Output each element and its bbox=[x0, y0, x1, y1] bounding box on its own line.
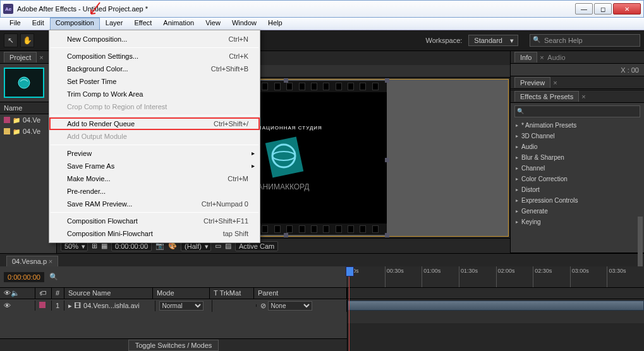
close-icon[interactable]: × bbox=[553, 79, 557, 86]
menuitem-set-poster-time[interactable]: Set Poster Time bbox=[49, 75, 260, 88]
selection-tool[interactable]: ↖ bbox=[4, 33, 18, 47]
layer-clip[interactable] bbox=[348, 300, 644, 311]
menuitem-make-movie[interactable]: Make Movie...Ctrl+M bbox=[49, 172, 260, 185]
menu-view[interactable]: View bbox=[200, 18, 226, 30]
audio-tab[interactable]: Audio bbox=[547, 54, 565, 61]
close-icon[interactable]: × bbox=[49, 258, 52, 265]
scrollbar[interactable] bbox=[638, 217, 643, 253]
menu-animation[interactable]: Animation bbox=[157, 18, 200, 30]
info-tab[interactable]: Info bbox=[514, 52, 537, 62]
playhead[interactable] bbox=[349, 266, 349, 351]
ruler-tick: 02:00s bbox=[496, 266, 533, 287]
menuitem-trim-comp-to-work-area[interactable]: Trim Comp to Work Area bbox=[49, 88, 260, 100]
effects-panel: Effects & Presets× * Animation Presets3D… bbox=[511, 90, 644, 253]
name-column[interactable]: Name bbox=[0, 102, 56, 114]
menuitem-composition-flowchart[interactable]: Composition FlowchartCtrl+Shift+F11 bbox=[49, 215, 260, 227]
close-icon[interactable]: × bbox=[581, 93, 585, 100]
right-panels: Info× Audio X : 00 Preview× Effects & Pr… bbox=[510, 51, 644, 253]
col-mode[interactable]: Mode bbox=[153, 288, 210, 299]
close-icon[interactable]: × bbox=[540, 54, 544, 61]
menu-effect[interactable]: Effect bbox=[128, 18, 157, 30]
workspace-selector[interactable]: Standard bbox=[468, 35, 518, 46]
brand-logo bbox=[260, 133, 308, 181]
preview-panel: Preview× bbox=[511, 76, 644, 90]
menu-window[interactable]: Window bbox=[226, 18, 262, 30]
menuitem-preview[interactable]: Preview bbox=[49, 147, 260, 160]
search-icon[interactable]: 🔍 bbox=[49, 273, 58, 281]
ruler-tick: 02:30s bbox=[533, 266, 570, 287]
effect-category[interactable]: Distort bbox=[511, 184, 644, 195]
menu-layer[interactable]: Layer bbox=[100, 18, 129, 30]
menuitem-composition-settings[interactable]: Composition Settings...Ctrl+K bbox=[49, 50, 260, 62]
ruler-tick: 03:30s bbox=[607, 266, 644, 287]
effect-category[interactable]: Color Correction bbox=[511, 174, 644, 184]
ruler-tick: 01:00s bbox=[422, 266, 459, 287]
preview-tab[interactable]: Preview bbox=[514, 77, 550, 88]
timeline-panel: 04.Vesna.p × 0:00:00:00 🔍 👁🔈 🏷 # Source … bbox=[0, 253, 644, 351]
menubar: File Edit Composition Layer Effect Anima… bbox=[0, 18, 644, 30]
effect-category[interactable]: Channel bbox=[511, 163, 644, 174]
close-button[interactable]: ✕ bbox=[613, 3, 641, 15]
menuitem-save-ram-preview[interactable]: Save RAM Preview...Ctrl+Numpad 0 bbox=[49, 198, 260, 210]
timeline-tab[interactable]: 04.Vesna.p × bbox=[6, 256, 58, 266]
close-icon[interactable]: × bbox=[39, 54, 43, 61]
menu-file[interactable]: File bbox=[4, 18, 27, 30]
menuitem-pre-render[interactable]: Pre-render... bbox=[49, 185, 260, 198]
window-titlebar: Ae Adobe After Effects - Untitled Projec… bbox=[0, 0, 644, 18]
project-thumbnail[interactable] bbox=[4, 68, 44, 98]
effect-category[interactable]: * Animation Presets bbox=[511, 120, 644, 131]
layer-trkmat[interactable] bbox=[212, 304, 257, 307]
layer-track[interactable] bbox=[348, 299, 644, 323]
maximize-button[interactable]: ◻ bbox=[594, 3, 612, 15]
layer-parent-select[interactable]: None bbox=[268, 301, 312, 311]
layer-name[interactable]: ▸ 🎞 04.Vesn...ishla.avi bbox=[64, 300, 155, 311]
timeline-tracks[interactable]: 00s00:30s01:00s01:30s02:00s02:30s03:00s0… bbox=[348, 266, 644, 351]
layer-visibility[interactable]: 👁 bbox=[0, 300, 35, 311]
menuitem-composition-mini-flowchart[interactable]: Composition Mini-Flowcharttap Shift bbox=[49, 227, 260, 240]
window-title: Adobe After Effects - Untitled Project.a… bbox=[17, 5, 575, 13]
menuitem-save-frame-as[interactable]: Save Frame As bbox=[49, 160, 260, 172]
brand-text: АНИМАККОРД bbox=[258, 182, 310, 191]
layer-num: 1 bbox=[52, 300, 64, 311]
menu-composition[interactable]: Composition bbox=[50, 18, 100, 30]
col-source[interactable]: Source Name bbox=[64, 288, 153, 299]
effect-category[interactable]: Audio bbox=[511, 141, 644, 152]
ruler-tick: 03:00s bbox=[570, 266, 607, 287]
composition-menu-dropdown: New Composition...Ctrl+NComposition Sett… bbox=[49, 30, 260, 243]
menuitem-add-output-module: Add Output Module bbox=[49, 130, 260, 143]
effect-category[interactable]: Generate bbox=[511, 206, 644, 217]
layer-mode-select[interactable]: Normal bbox=[159, 301, 204, 311]
project-item-comp[interactable]: 📁04.Ve bbox=[0, 114, 56, 126]
col-parent[interactable]: Parent bbox=[254, 288, 347, 299]
menu-help[interactable]: Help bbox=[262, 18, 288, 30]
menu-edit[interactable]: Edit bbox=[27, 18, 50, 30]
time-ruler[interactable]: 00s00:30s01:00s01:30s02:00s02:30s03:00s0… bbox=[348, 266, 644, 288]
effect-category[interactable]: Keying bbox=[511, 217, 644, 227]
col-label: 🏷 bbox=[35, 288, 52, 299]
menuitem-add-to-render-queue[interactable]: Add to Render QueueCtrl+Shift+/ bbox=[49, 117, 260, 130]
menuitem-background-color[interactable]: Background Color...Ctrl+Shift+B bbox=[49, 62, 260, 75]
app-icon: Ae bbox=[3, 4, 13, 14]
effect-category[interactable]: Blur & Sharpen bbox=[511, 152, 644, 163]
layer-label[interactable] bbox=[35, 300, 52, 311]
col-num[interactable]: # bbox=[52, 288, 64, 299]
menuitem-crop-comp-to-region-of-interest: Crop Comp to Region of Interest bbox=[49, 100, 260, 113]
col-trkmat[interactable]: T TrkMat bbox=[210, 288, 254, 299]
effect-category[interactable]: Expression Controls bbox=[511, 195, 644, 206]
menuitem-new-composition[interactable]: New Composition...Ctrl+N bbox=[49, 33, 260, 45]
workspace-label: Workspace: bbox=[425, 37, 462, 44]
effects-search-input[interactable] bbox=[514, 105, 640, 117]
minimize-button[interactable]: — bbox=[575, 3, 593, 15]
effects-tab[interactable]: Effects & Presets bbox=[514, 91, 579, 102]
project-item-footage[interactable]: 📁04.Ve bbox=[0, 126, 56, 137]
hand-tool[interactable]: ✋ bbox=[20, 33, 34, 47]
toggle-switches-button[interactable]: Toggle Switches / Modes bbox=[128, 340, 219, 351]
project-tab[interactable]: Project bbox=[4, 52, 37, 62]
ruler-tick: 01:30s bbox=[459, 266, 496, 287]
search-help-input[interactable]: Search Help bbox=[530, 34, 640, 47]
effect-category[interactable]: 3D Channel bbox=[511, 131, 644, 141]
info-x: X : 00 bbox=[621, 66, 639, 74]
layer-row[interactable]: 👁 1 ▸ 🎞 04.Vesn...ishla.avi Normal ⊘ Non… bbox=[0, 299, 347, 312]
current-time[interactable]: 0:00:00:00 bbox=[4, 272, 44, 282]
ruler-tick: 00:30s bbox=[385, 266, 422, 287]
